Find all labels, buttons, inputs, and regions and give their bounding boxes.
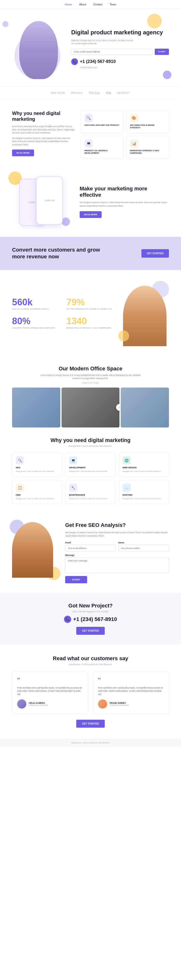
hero-phone-row: 📞 +1 (234) 567-8910 bbox=[71, 58, 169, 65]
logo-organis: ORGANIS bbox=[71, 92, 83, 94]
stat-0: 560k DIGITAL GLOBAL AUDIENCE REACH bbox=[12, 298, 59, 310]
stats-section: 560k DIGITAL GLOBAL AUDIENCE REACH 79% O… bbox=[0, 270, 181, 357]
gallery-arrow[interactable]: › bbox=[116, 404, 120, 411]
logo-unicraft: UNICRAFT bbox=[117, 92, 130, 94]
hero-section: Digital product marketing agency Delectu… bbox=[0, 9, 181, 86]
testi-card-0: " Proin sed libero enim sed faucibus tur… bbox=[12, 671, 88, 714]
why-left: Why you need digital marketing Amet luct… bbox=[12, 110, 75, 156]
testi-role-1: FINANCIAL ADVISOR bbox=[110, 704, 129, 706]
logo-mockup: Mockup bbox=[89, 91, 100, 95]
office-desc: Lorem ipsum is simply dummy it is a long… bbox=[40, 374, 141, 380]
service-icon-cms: 📋 bbox=[16, 484, 24, 492]
seo-section: Get Free SEO Analysis? Nec feugiat mi pr… bbox=[0, 512, 181, 593]
navbar: Home About Contact Team bbox=[0, 0, 181, 9]
hero-submit-button[interactable]: SUBMIT bbox=[155, 49, 169, 55]
phone-back-label: Lorem bbox=[28, 201, 35, 204]
seo-desc: Nec feugiat mi pretium fusce id at. Just… bbox=[65, 531, 169, 538]
why-desc2: Nec feugiat mi pretium fusce id. Justo l… bbox=[12, 137, 75, 146]
why-card-title-1: ART DIRECTION & BRAND STRATEGY bbox=[130, 124, 165, 129]
make-read-more-button[interactable]: READ MORE bbox=[80, 211, 102, 218]
testimonials-section: Read what our customers say Sample text.… bbox=[0, 644, 181, 739]
seo-message-label: Message bbox=[65, 554, 169, 557]
why-card-icon-0: 🔍 bbox=[85, 114, 93, 122]
seo-name-wrap: Name bbox=[118, 541, 169, 552]
why-card-title-2: PRODUCT UX, DESIGN & DEVELOPMENT bbox=[85, 150, 120, 154]
service-card-maintenance: 🔧 MAINTENANCE Sample text. Click to sele… bbox=[65, 480, 115, 504]
got-project-cta-button[interactable]: GET STARTED bbox=[76, 627, 105, 635]
make-title: Make your marketing more effective bbox=[80, 186, 169, 198]
got-phone-row: 📞 +1 (234) 567-8910 bbox=[12, 616, 169, 623]
why-digital-title: Why you need digital marketing bbox=[12, 437, 169, 444]
service-card-cms: 📋 CMS Sample text. Click to select the T… bbox=[12, 480, 62, 504]
blob-bottom-right bbox=[163, 71, 172, 79]
blob-top-right bbox=[147, 14, 162, 28]
logos-bar: NEW WAVE ORGANIS Mockup kliq UNICRAFT bbox=[0, 86, 181, 99]
convert-title: Convert more customers and grow more rev… bbox=[12, 247, 104, 260]
hero-title: Digital product marketing agency bbox=[71, 29, 169, 36]
office-title: Our Modern Office Space bbox=[12, 366, 169, 372]
testi-role-0: FINANCIAL ADVISOR bbox=[29, 704, 48, 706]
service-icon-hosting: ☁️ bbox=[123, 484, 131, 492]
testi-avatar-0 bbox=[17, 699, 26, 709]
logo-newwave: NEW WAVE bbox=[51, 92, 65, 94]
testi-author-1: FRANK KINNEY FINANCIAL ADVISOR bbox=[98, 699, 164, 709]
hero-person bbox=[19, 21, 58, 79]
why-section: Why you need digital marketing Amet luct… bbox=[0, 99, 181, 167]
service-card-dev: 💻 DEVELOPMENT Sample text. Click to sele… bbox=[65, 453, 115, 477]
stats-person-wrap bbox=[118, 281, 169, 346]
service-title-dev: DEVELOPMENT bbox=[69, 466, 112, 469]
convert-cta-button[interactable]: GET STARTED bbox=[142, 249, 169, 258]
why-digital-sample: Sample text. Click to select the Text El… bbox=[12, 445, 169, 447]
service-text-dev: Sample text. Click to select the Text El… bbox=[69, 470, 112, 473]
seo-name-label: Name bbox=[118, 541, 169, 544]
service-icon-web: 🌐 bbox=[123, 456, 131, 465]
seo-email-input[interactable] bbox=[65, 545, 116, 552]
make-blob-purple bbox=[61, 218, 70, 226]
stat-1: 79% OF THE AUDIENCE IS UNDER 34 YEARS OL… bbox=[66, 298, 113, 310]
logo-kliq: kliq bbox=[106, 91, 111, 95]
stat-number-3: 1340 bbox=[66, 317, 113, 326]
got-phone-number: +1 (234) 567-8910 bbox=[73, 616, 117, 622]
testimonials-sample: Sample text. Click to select the Text El… bbox=[12, 663, 169, 665]
hero-phone: +1 (234) 567-8910 bbox=[80, 59, 116, 64]
hero-email-input[interactable] bbox=[71, 49, 153, 55]
seo-email-wrap: Email bbox=[65, 541, 116, 552]
service-text-hosting: Sample text. Click to select the Text El… bbox=[123, 497, 165, 500]
got-phone-icon: 📞 bbox=[64, 616, 71, 623]
service-icon-seo: 🔍 bbox=[16, 456, 24, 465]
stat-3: 1340 MARKETING STRATEGY & SEO CAMPAIGNS bbox=[66, 317, 113, 329]
nav-about[interactable]: About bbox=[79, 3, 86, 6]
nav-contact[interactable]: Contact bbox=[93, 3, 102, 6]
why-card-icon-2: 💻 bbox=[85, 139, 93, 148]
why-digital-section: Why you need digital marketing Sample te… bbox=[0, 428, 181, 512]
seo-message-textarea[interactable] bbox=[65, 557, 169, 573]
nav-team[interactable]: Team bbox=[110, 3, 116, 6]
hero-content: Digital product marketing agency Delectu… bbox=[65, 29, 169, 68]
phone-front-label: Lorem sit bbox=[44, 199, 54, 202]
why-desc1: Amet luctus venenatis lectus magna fring… bbox=[12, 125, 75, 135]
seo-email-label: Email bbox=[65, 541, 116, 544]
stat-number-2: 80% bbox=[12, 317, 59, 326]
seo-submit-button[interactable]: SUBMIT bbox=[65, 576, 87, 583]
seo-form: Email Name Message bbox=[65, 541, 169, 574]
phone-icon: 📞 bbox=[71, 58, 78, 65]
service-text-cms: Sample text. Click to select the Text El… bbox=[16, 497, 58, 500]
stat-label-1: OF THE AUDIENCE IS UNDER 34 YEARS OLD bbox=[66, 308, 113, 310]
nav-home[interactable]: Home bbox=[65, 3, 72, 6]
testi-name-0: CELIA ALMEDA bbox=[29, 702, 48, 704]
stats-grid: 560k DIGITAL GLOBAL AUDIENCE REACH 79% O… bbox=[12, 298, 113, 329]
why-inner: Why you need digital marketing Amet luct… bbox=[12, 110, 169, 158]
why-card-icon-1: 🎨 bbox=[130, 114, 138, 122]
testimonials-title: Read what our customers say bbox=[12, 655, 169, 662]
testi-cta-button[interactable]: GET STARTED bbox=[76, 720, 105, 728]
why-read-more-button[interactable]: READ MORE bbox=[12, 150, 34, 156]
seo-title: Get Free SEO Analysis? bbox=[65, 522, 169, 528]
service-title-hosting: HOSTING bbox=[123, 494, 165, 496]
seo-message-wrap: Message bbox=[65, 554, 169, 574]
seo-name-input[interactable] bbox=[118, 545, 169, 552]
hero-email-row: SUBMIT bbox=[71, 49, 169, 55]
hero-description: Delectus hicleque fuss ne, no pro lation… bbox=[71, 39, 134, 45]
service-title-cms: CMS bbox=[16, 494, 58, 496]
service-card-web: 🌐 WEB DESIGN Sample text. Click to selec… bbox=[119, 453, 169, 477]
testi-cta-wrap: GET STARTED bbox=[12, 720, 169, 728]
